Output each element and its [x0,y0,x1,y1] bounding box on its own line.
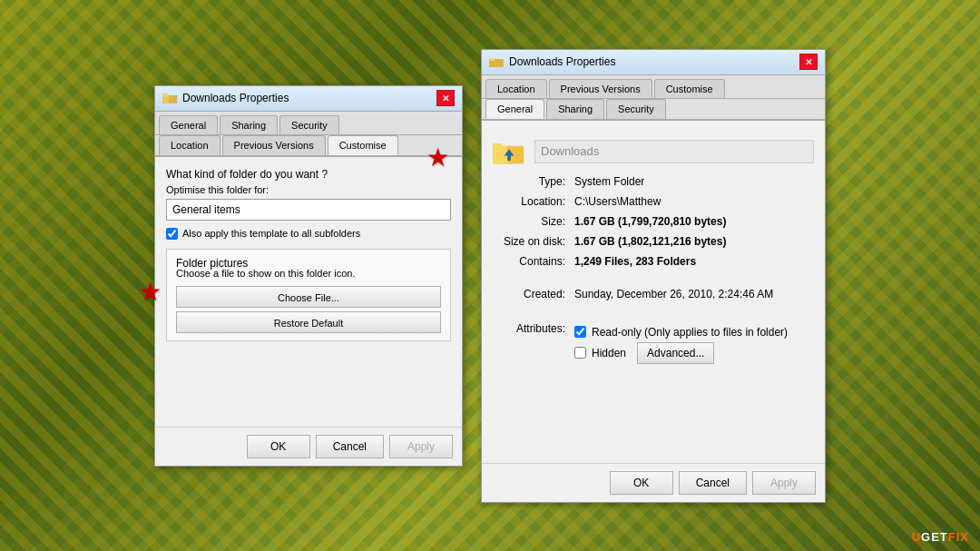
contains-value: 1,249 Files, 283 Folders [574,255,814,268]
readonly-label: Read-only (Only applies to files in fold… [592,326,788,339]
tabs-row1-left: General Sharing Security [155,112,462,135]
title-bar-right: Downloads Properties ✕ [482,50,825,75]
close-button-left[interactable]: ✕ [436,90,455,106]
folder-name-input[interactable] [534,140,814,163]
size-on-disk-label: Size on disk: [493,235,574,248]
dialog-left: ★ Downloads Properties ✕ General Sharing… [154,85,463,467]
template-checkbox-label: Also apply this template to all subfolde… [182,228,360,239]
template-checkbox[interactable] [166,228,178,240]
svg-rect-6 [490,58,495,61]
location-value: C:\Users\Matthew [574,195,814,208]
choose-file-button[interactable]: Choose File... [176,286,441,308]
title-bar-left: Downloads Properties ✕ [155,86,462,112]
apply-button-right[interactable]: Apply [752,471,816,495]
close-button-right[interactable]: ✕ [799,54,818,70]
ok-button-right[interactable]: OK [610,471,673,495]
tab-customise-left[interactable]: Customise [328,135,398,155]
attributes-section: Read-only (Only applies to files in fold… [574,326,814,368]
watermark-u: U [912,530,921,544]
tab-customise-right[interactable]: Customise [654,79,725,98]
titlebar-folder-icon-right [489,56,504,67]
hidden-label: Hidden [592,347,626,359]
watermark: UGETFIX [912,530,969,544]
tab-sharing-left[interactable]: Sharing [220,115,278,134]
dropdown-container: General items Documents Pictures Music V… [166,199,451,221]
cancel-button-right[interactable]: Cancel [679,471,747,495]
tab-sharing-right[interactable]: Sharing [546,99,604,119]
svg-rect-9 [493,143,503,150]
contains-label: Contains: [493,255,574,268]
watermark-fix: FIX [948,530,969,544]
tab-security-right[interactable]: Security [606,99,666,119]
section-title: What kind of folder do you want ? [166,168,451,181]
tabs-left: General Sharing Security Location Previo… [155,112,462,157]
tabs-row1-right: Location Previous Versions Customise [482,75,825,99]
dialog-left-content: What kind of folder do you want ? Optimi… [155,157,462,427]
dialog-right-content: Type: System Folder Location: C:\Users\M… [482,121,825,463]
ok-button-left[interactable]: OK [247,435,310,458]
buttons-group: Choose File... Restore Default [176,286,441,333]
folder-header [493,139,814,164]
template-checkbox-row: Also apply this template to all subfolde… [166,228,451,240]
readonly-checkbox[interactable] [574,326,586,338]
dialog-right-footer: OK Cancel Apply [482,463,825,502]
location-label: Location: [493,195,574,208]
tabs-right: Location Previous Versions Customise Gen… [482,75,825,121]
dialog-right-title: Downloads Properties [509,55,615,68]
apply-button-left[interactable]: Apply [389,435,453,458]
folder-pictures-group: Folder pictures Choose a file to show on… [166,249,451,341]
dialog-left-title: Downloads Properties [182,92,289,104]
size-value: 1.67 GB (1,799,720,810 bytes) [574,215,814,228]
tab-general-right[interactable]: General [485,99,544,119]
hidden-checkbox[interactable] [574,347,586,359]
tab-prevversions-left[interactable]: Previous Versions [222,135,326,155]
folder-pictures-desc: Choose a file to show on this folder ico… [176,268,441,279]
type-label: Type: [493,175,574,188]
dialog-left-footer: OK Cancel Apply [155,427,462,466]
optimise-label: Optimise this folder for: [166,184,451,195]
optimise-dropdown[interactable]: General items Documents Pictures Music V… [166,199,451,221]
type-value: System Folder [574,175,814,188]
hidden-row: Hidden Advanced... [574,342,814,364]
dialog-right: Downloads Properties ✕ Location Previous… [481,49,826,503]
watermark-get: GET [921,530,948,544]
created-value: Sunday, December 26, 2010, 2:24:46 AM [574,288,814,300]
tab-location-right[interactable]: Location [485,79,547,98]
cancel-button-left[interactable]: Cancel [316,435,384,458]
tabs-row2-left: Location Previous Versions Customise [155,135,462,157]
separator2 [493,308,814,313]
tab-location-left[interactable]: Location [159,135,220,155]
folder-icon-large [493,139,525,164]
tab-general-left[interactable]: General [159,115,218,134]
info-grid: Type: System Folder Location: C:\Users\M… [493,175,814,368]
titlebar-folder-icon [162,93,177,103]
readonly-row: Read-only (Only applies to files in fold… [574,326,814,339]
advanced-button[interactable]: Advanced... [637,342,714,364]
separator [493,275,814,280]
attributes-label: Attributes: [493,320,574,368]
tab-security-left[interactable]: Security [279,115,339,134]
svg-rect-4 [163,94,168,97]
size-on-disk-value: 1.67 GB (1,802,121,216 bytes) [574,235,814,248]
tab-prevversions-right[interactable]: Previous Versions [549,79,652,98]
created-label: Created: [493,288,574,300]
size-label: Size: [493,215,574,228]
dialogs-container: ★ Downloads Properties ✕ General Sharing… [0,0,980,551]
restore-default-button[interactable]: Restore Default [176,311,441,333]
svg-marker-3 [175,95,177,97]
tabs-row2-right: General Sharing Security [482,99,825,121]
